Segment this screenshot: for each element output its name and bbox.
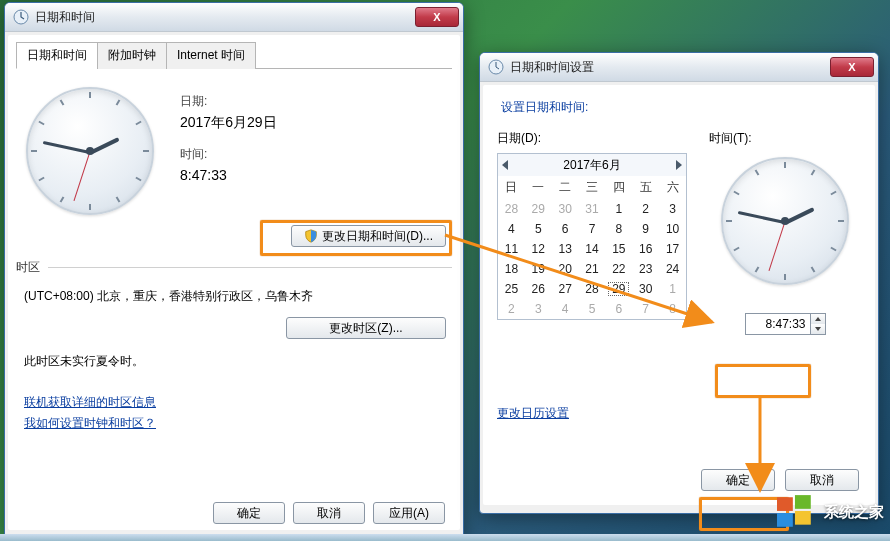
tz-header: 时区	[16, 259, 40, 276]
calendar-day[interactable]: 2	[632, 199, 659, 219]
calendar-day[interactable]: 6	[552, 219, 579, 239]
window-title: 日期和时间	[35, 9, 415, 26]
calendar-day[interactable]: 14	[579, 239, 606, 259]
calendar-day: 3	[525, 299, 552, 319]
uac-shield-icon	[304, 229, 318, 243]
tz-info-link[interactable]: 联机获取详细的时区信息	[24, 394, 444, 411]
dst-note: 此时区未实行夏令时。	[16, 343, 452, 390]
cancel-button[interactable]: 取消	[785, 469, 859, 491]
tz-value: (UTC+08:00) 北京，重庆，香港特别行政区，乌鲁木齐	[16, 284, 452, 315]
next-month-button[interactable]	[676, 160, 682, 170]
datetime-icon	[13, 9, 29, 25]
calendar-day[interactable]: 19	[525, 259, 552, 279]
change-datetime-button[interactable]: 更改日期和时间(D)...	[291, 225, 446, 247]
calendar-settings-link[interactable]: 更改日历设置	[497, 406, 569, 420]
ok-button[interactable]: 确定	[213, 502, 285, 524]
calendar-day[interactable]: 22	[605, 259, 632, 279]
calendar-day: 6	[605, 299, 632, 319]
svg-rect-2	[777, 497, 793, 511]
calendar-day: 1	[659, 279, 686, 299]
calendar-day[interactable]: 28	[579, 279, 606, 299]
calendar-day[interactable]: 13	[552, 239, 579, 259]
cancel-button[interactable]: 取消	[293, 502, 365, 524]
datetime-icon	[488, 59, 504, 75]
calendar-dow: 二	[552, 176, 579, 199]
taskbar[interactable]	[0, 534, 890, 541]
change-tz-button[interactable]: 更改时区(Z)...	[286, 317, 446, 339]
calendar-day: 31	[579, 199, 606, 219]
calendar-day[interactable]: 10	[659, 219, 686, 239]
calendar-day[interactable]: 15	[605, 239, 632, 259]
howto-link[interactable]: 我如何设置时钟和时区？	[24, 415, 444, 432]
calendar-day[interactable]: 27	[552, 279, 579, 299]
calendar-day[interactable]: 12	[525, 239, 552, 259]
calendar-dow: 五	[632, 176, 659, 199]
close-button[interactable]: X	[830, 57, 874, 77]
svg-rect-4	[777, 513, 793, 527]
calendar-dow: 一	[525, 176, 552, 199]
calendar-day[interactable]: 4	[498, 219, 525, 239]
tab-datetime[interactable]: 日期和时间	[16, 42, 98, 69]
time-label: 时间:	[180, 146, 442, 163]
calendar-day[interactable]: 18	[498, 259, 525, 279]
calendar-day[interactable]: 23	[632, 259, 659, 279]
time-label: 时间(T):	[709, 130, 752, 147]
calendar-day[interactable]: 25	[498, 279, 525, 299]
window-title: 日期和时间设置	[510, 59, 830, 76]
calendar-day: 4	[552, 299, 579, 319]
settings-header: 设置日期和时间:	[501, 99, 861, 116]
close-button[interactable]: X	[415, 7, 459, 27]
tab-additional-clocks[interactable]: 附加时钟	[97, 42, 167, 69]
calendar-day[interactable]: 8	[605, 219, 632, 239]
apply-button[interactable]: 应用(A)	[373, 502, 445, 524]
svg-rect-5	[795, 511, 811, 525]
watermark-logo-icon	[774, 493, 818, 531]
calendar-day: 28	[498, 199, 525, 219]
tab-strip: 日期和时间 附加时钟 Internet 时间	[16, 41, 452, 69]
datetime-main-window: 日期和时间 X 日期和时间 附加时钟 Internet 时间 日期: 2017年…	[4, 2, 464, 539]
titlebar[interactable]: 日期和时间设置 X	[480, 53, 878, 82]
titlebar[interactable]: 日期和时间 X	[5, 3, 463, 32]
calendar-month: 2017年6月	[563, 157, 620, 174]
calendar-day[interactable]: 3	[659, 199, 686, 219]
svg-rect-3	[795, 495, 811, 509]
calendar-dow: 日	[498, 176, 525, 199]
calendar-day[interactable]: 16	[632, 239, 659, 259]
calendar-day[interactable]: 5	[525, 219, 552, 239]
spin-up[interactable]	[811, 314, 825, 324]
calendar-day[interactable]: 1	[605, 199, 632, 219]
calendar-day[interactable]: 21	[579, 259, 606, 279]
calendar-day: 29	[525, 199, 552, 219]
calendar-day: 2	[498, 299, 525, 319]
calendar-day: 8	[659, 299, 686, 319]
calendar-day[interactable]: 30	[632, 279, 659, 299]
time-spinner[interactable]	[745, 313, 826, 335]
calendar-day[interactable]: 24	[659, 259, 686, 279]
time-input[interactable]	[745, 313, 811, 335]
calendar-dow: 三	[579, 176, 606, 199]
date-label: 日期:	[180, 93, 442, 110]
date-value: 2017年6月29日	[180, 114, 442, 132]
calendar-day[interactable]: 17	[659, 239, 686, 259]
analog-clock	[721, 157, 849, 285]
calendar-day: 30	[552, 199, 579, 219]
calendar-day[interactable]: 26	[525, 279, 552, 299]
calendar-day[interactable]: 11	[498, 239, 525, 259]
ok-button[interactable]: 确定	[701, 469, 775, 491]
calendar-day[interactable]: 7	[579, 219, 606, 239]
calendar-day: 5	[579, 299, 606, 319]
calendar-day[interactable]: 20	[552, 259, 579, 279]
tab-internet-time[interactable]: Internet 时间	[166, 42, 256, 69]
prev-month-button[interactable]	[502, 160, 508, 170]
calendar-day[interactable]: 29	[605, 279, 632, 299]
watermark: 系统之家	[774, 493, 884, 531]
spin-down[interactable]	[811, 324, 825, 334]
datetime-settings-window: 日期和时间设置 X 设置日期和时间: 日期(D): 2017年6月 日一二三四五…	[479, 52, 879, 514]
calendar-day: 7	[632, 299, 659, 319]
date-label: 日期(D):	[497, 130, 687, 147]
time-value: 8:47:33	[180, 167, 442, 183]
calendar-day[interactable]: 9	[632, 219, 659, 239]
calendar-dow: 六	[659, 176, 686, 199]
calendar[interactable]: 2017年6月 日一二三四五六2829303112345678910111213…	[497, 153, 687, 320]
analog-clock	[26, 87, 156, 217]
